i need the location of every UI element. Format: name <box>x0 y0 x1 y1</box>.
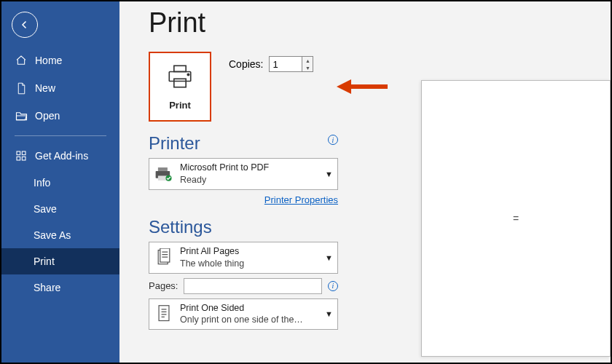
print-preview-pane: = <box>421 80 611 357</box>
sidebar-item-home[interactable]: Home <box>1 47 119 74</box>
sidebar-item-label: Share <box>34 282 60 293</box>
copies-input[interactable] <box>269 56 302 72</box>
sidebar-item-print[interactable]: Print <box>1 248 119 274</box>
sidebar-item-open[interactable]: Open <box>1 102 119 130</box>
preview-placeholder: = <box>513 213 519 224</box>
pages-input[interactable] <box>184 278 322 294</box>
sidebar-item-label: Save As <box>34 229 71 241</box>
printer-section-heading: Printer <box>149 133 200 154</box>
pages-icon <box>154 248 174 267</box>
svg-rect-13 <box>160 248 170 262</box>
print-scope-selector[interactable]: Print All Pages The whole thing ▼ <box>149 242 338 274</box>
copies-field: Copies: ▲ ▼ <box>229 56 313 72</box>
svg-point-7 <box>187 74 189 75</box>
print-sides-selector[interactable]: Print One Sided Only print on one side o… <box>149 298 338 331</box>
printer-info-icon[interactable]: i <box>328 135 338 145</box>
svg-rect-0 <box>17 151 20 155</box>
sidebar-item-label: New <box>35 82 55 94</box>
svg-rect-6 <box>174 79 186 87</box>
sidebar-item-new[interactable]: New <box>1 74 119 102</box>
sidebar-item-save-as[interactable]: Save As <box>1 222 119 248</box>
print-scope-sub: The whole thing <box>180 258 244 269</box>
printer-name: Microsoft Print to PDF <box>180 162 269 173</box>
app-frame: Home New Open Get Add-ins Info Save Save… <box>0 0 612 364</box>
sidebar-item-label: Save <box>34 203 57 215</box>
svg-rect-2 <box>17 157 20 160</box>
svg-rect-1 <box>22 151 26 155</box>
new-document-icon <box>15 82 28 95</box>
printer-properties-link[interactable]: Printer Properties <box>149 194 338 205</box>
page-title: Print <box>149 7 611 39</box>
print-sides-title: Print One Sided <box>180 303 244 313</box>
sidebar-item-get-addins[interactable]: Get Add-ins <box>1 142 119 170</box>
one-sided-icon <box>154 304 174 323</box>
sidebar-item-label: Open <box>35 110 60 122</box>
chevron-down-icon: ▼ <box>325 253 333 262</box>
svg-rect-5 <box>174 66 186 71</box>
printer-icon <box>165 63 195 92</box>
copies-up-button[interactable]: ▲ <box>302 57 313 64</box>
print-button[interactable]: Print <box>149 52 211 122</box>
sidebar-item-label: Info <box>34 177 50 189</box>
back-button[interactable] <box>12 12 38 38</box>
copies-label: Copies: <box>229 58 263 70</box>
printer-selector[interactable]: Microsoft Print to PDF Ready ▼ <box>149 158 338 190</box>
svg-rect-14 <box>159 306 169 321</box>
print-button-label: Print <box>169 100 191 111</box>
pages-range-row: Pages: i <box>149 278 338 294</box>
print-backstage-panel: Print Print Copies: ▲ <box>119 1 611 363</box>
svg-rect-9 <box>158 167 168 171</box>
copies-down-button[interactable]: ▼ <box>302 64 313 71</box>
copies-spinner: ▲ ▼ <box>302 56 313 72</box>
sidebar-item-info[interactable]: Info <box>1 170 119 196</box>
addins-icon <box>15 149 28 162</box>
chevron-down-icon: ▼ <box>325 170 333 178</box>
svg-rect-4 <box>169 71 190 81</box>
home-icon <box>15 54 28 67</box>
sidebar-item-save[interactable]: Save <box>1 196 119 222</box>
pages-label: Pages: <box>149 280 178 291</box>
chevron-down-icon: ▼ <box>325 309 333 318</box>
annotation-arrow-icon <box>337 78 388 98</box>
sidebar-item-label: Print <box>34 256 55 267</box>
folder-open-icon <box>15 109 28 122</box>
print-scope-title: Print All Pages <box>180 246 239 256</box>
sidebar-item-share[interactable]: Share <box>1 274 119 301</box>
pages-info-icon[interactable]: i <box>328 281 338 291</box>
svg-rect-3 <box>22 157 26 160</box>
backstage-sidebar: Home New Open Get Add-ins Info Save Save… <box>1 1 119 363</box>
printer-status-icon <box>154 166 174 182</box>
printer-status: Ready <box>180 175 206 185</box>
sidebar-item-label: Home <box>35 55 62 66</box>
sidebar-separator <box>15 135 106 136</box>
print-sides-sub: Only print on one side of the… <box>180 314 304 326</box>
sidebar-item-label: Get Add-ins <box>35 150 88 162</box>
